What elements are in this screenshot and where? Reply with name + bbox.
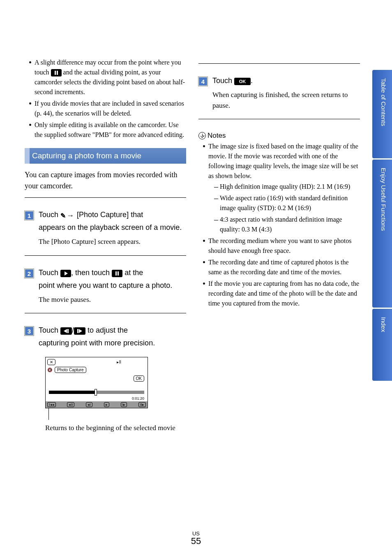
step-title: 3 Touch / to adjust the [25,325,186,336]
divider [25,313,186,313]
ffwd-icon: II▸ [138,402,146,407]
step-2: 2 Touch , then touch at the point where … [25,262,186,305]
tab-index[interactable]: Index [372,309,392,381]
play-icon [60,270,71,277]
page-number: US 55 [191,530,201,546]
divider [25,255,186,256]
step-title-cont: appears on the playback screen of a movi… [25,222,186,233]
frame-back-icon: ◂I [86,402,92,407]
step-detail: When capturing is finished, the screen r… [198,90,360,111]
text: Touch [212,76,234,85]
screen-mockup: ✕ ▸II 🔇 Photo Capture OK 0:01:20 I◂◂ ◂II [45,357,148,408]
speaker-icon: 🔇 [47,368,52,372]
screen-top-row: ✕ ▸II [46,357,148,367]
page: A slight difference may occur from the p… [0,0,392,558]
step-title: 1 Touch ✎→ [Photo Capture] that [25,209,186,220]
notes-icon [198,132,206,139]
arrow-icon: → [67,211,74,220]
close-button: ✕ [47,359,55,365]
bullet-item: If you divide movies that are included i… [29,99,186,118]
section-heading: Capturing a photo from a movie [25,148,186,164]
step-detail: The movie pauses. [25,294,186,305]
text: Touch [39,269,60,277]
right-column: 4 Touch OK. When capturing is finished, … [198,58,360,546]
text: Touch [39,326,60,334]
pause-icon [51,69,62,76]
bullet-item: The image size is fixed based on the ima… [203,141,360,234]
small-pause-icon: ▸II [117,360,121,364]
photo-capture-label: Photo Capture [55,367,86,373]
screen-row2: 🔇 Photo Capture [46,367,148,375]
step-detail: The [Photo Capture] screen appears. [25,236,186,247]
notes-label: Notes [208,132,226,140]
screen-ok-row: OK [46,375,148,382]
notes-list: The image size is fixed based on the ima… [198,141,360,308]
divider [198,63,360,64]
text: The image size is fixed based on the ima… [208,143,358,179]
step-title-cont: point where you want to capture a photo. [25,280,186,291]
bullet-item: Only simple editing is available on the … [29,120,186,140]
intro-bullets: A slight difference may occur from the p… [25,58,186,140]
side-tabs: Table of Contents Enjoy Useful Functions… [372,0,392,558]
notes-header: Notes [198,132,360,140]
play-icon: ▸ [104,402,109,407]
progress-bar [49,391,144,394]
divider [25,197,186,198]
step-1: 1 Touch ✎→ [Photo Capture] that appears … [25,204,186,247]
rew-icon: ◂II [67,402,74,407]
prev-icon: I◂◂ [47,402,56,407]
time-display: 0:01:20 [46,396,148,401]
tab-functions[interactable]: Enjoy Useful Functions [372,160,392,308]
frame-left-icon [60,327,72,335]
progress-marker [95,389,97,396]
divider [198,119,360,119]
step-number: 4 [198,77,208,86]
tab-toc[interactable]: Table of Contents [372,70,392,158]
intro-text: You can capture images from movies recor… [25,169,186,192]
step-4: 4 Touch OK. When capturing is finished, … [198,69,360,111]
text: to adjust the [85,326,128,334]
bullet-item: If the movie you are capturing from has … [203,279,360,308]
frame-right-icon [74,327,85,335]
left-column: A slight difference may occur from the p… [25,58,186,546]
step-number: 2 [25,269,34,278]
frame-fwd-icon: I▸ [121,402,127,407]
playback-controls: I◂◂ ◂II ◂I ▸ I▸ II▸ [46,401,148,408]
text: Touch [39,211,60,219]
bullet-item: The recording date and time of captured … [203,257,360,277]
leader-line [45,412,186,421]
bullet-item: The recording medium where you want to s… [203,236,360,256]
sub-list: High definition image quality (HD): 2.1 … [208,182,360,234]
sub-item: Wide aspect ratio (16:9) with standard d… [214,193,360,213]
step-title-cont: capturing point with more precision. [25,338,186,349]
pause-icon [112,270,122,277]
sub-item: 4:3 aspect ratio with standard definitio… [214,215,360,234]
screen-caption: Returns to the beginning of the selected… [45,423,186,433]
step-number: 1 [25,211,34,220]
step-number: 3 [25,326,34,336]
step-title: 2 Touch , then touch at the [25,267,186,278]
edit-icon: ✎ [60,212,66,220]
page-num-value: 55 [191,536,201,546]
text: . [251,76,253,85]
ok-icon: OK [234,78,251,85]
step-title: 4 Touch OK. [198,75,360,86]
text: at the [122,269,143,277]
content-area: A slight difference may occur from the p… [0,0,372,558]
ok-button: OK [134,375,144,382]
bullet-item: A slight difference may occur from the p… [29,58,186,97]
sub-item: High definition image quality (HD): 2.1 … [214,182,360,192]
text: [Photo Capture] that [75,211,143,219]
step-3: 3 Touch / to adjust the capturing point … [25,319,186,349]
text: , then touch [71,269,112,277]
